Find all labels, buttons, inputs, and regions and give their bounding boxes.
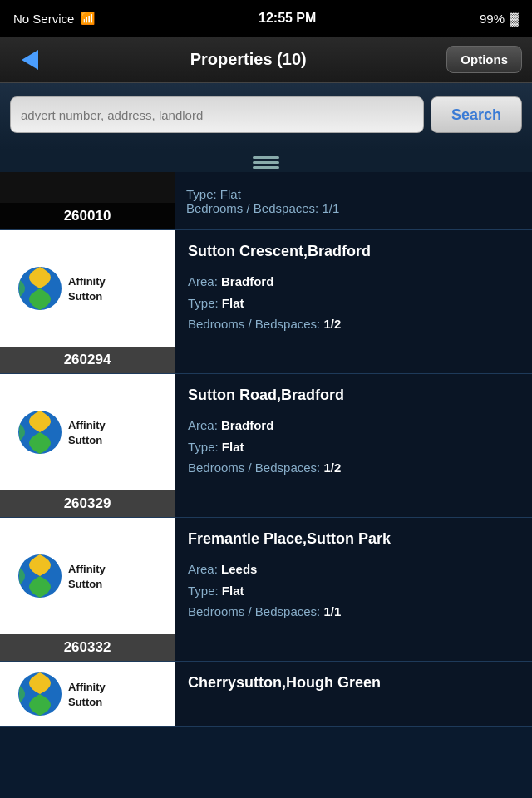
search-row: Search xyxy=(10,96,522,133)
property-type: Type: Flat xyxy=(188,436,520,458)
property-image-col: Affinity Sutton 260294 xyxy=(0,230,175,373)
svg-text:Sutton: Sutton xyxy=(68,578,102,590)
svg-text:Affinity: Affinity xyxy=(68,419,106,431)
property-image-col: 260010 xyxy=(0,172,175,229)
property-area: Area: Bradford xyxy=(188,271,520,293)
property-list: 260010 Type: Flat Bedrooms / Bedspaces: … xyxy=(0,172,532,727)
property-address: Cherrysutton,Hough Green xyxy=(188,673,520,692)
property-address: Fremantle Place,Sutton Park xyxy=(188,530,520,549)
list-item[interactable]: Affinity Sutton 260332 Fremantle Place,S… xyxy=(0,518,532,662)
property-meta: Area: Bradford Type: Flat Bedrooms / Bed… xyxy=(188,415,520,479)
drag-handle xyxy=(0,150,532,172)
options-button[interactable]: Options xyxy=(446,46,522,73)
svg-text:Sutton: Sutton xyxy=(68,696,102,708)
nav-bar: Properties (10) Options xyxy=(0,37,532,83)
property-type: Type: Flat xyxy=(188,293,520,314)
property-id: 260010 xyxy=(0,203,175,229)
status-bar: No Service 📶 12:55 PM 99% ▓ xyxy=(0,0,532,37)
property-id: 260332 xyxy=(0,634,175,661)
property-logo: Affinity Sutton xyxy=(0,374,175,490)
property-details: Cherrysutton,Hough Green xyxy=(175,662,532,726)
property-bedrooms: Bedrooms / Bedspaces: 1/1 xyxy=(186,201,520,215)
property-area: Area: Leeds xyxy=(188,559,520,580)
property-address: Sutton Road,Bradford xyxy=(188,386,520,405)
property-logo: Affinity Sutton xyxy=(0,518,175,634)
svg-text:Affinity: Affinity xyxy=(68,681,106,693)
status-right: 99% ▓ xyxy=(480,12,519,26)
property-address: Sutton Crescent,Bradford xyxy=(188,242,520,261)
property-image-col: Affinity Sutton xyxy=(0,662,175,726)
page-title: Properties (10) xyxy=(190,50,307,69)
back-arrow-icon xyxy=(22,50,38,70)
property-id: 260294 xyxy=(0,347,175,373)
property-bedrooms: Bedrooms / Bedspaces: 1/1 xyxy=(188,601,520,623)
list-item[interactable]: Affinity Sutton Cherrysutton,Hough Green xyxy=(0,662,532,727)
property-meta: Area: Bradford Type: Flat Bedrooms / Bed… xyxy=(188,271,520,335)
property-meta: Area: Leeds Type: Flat Bedrooms / Bedspa… xyxy=(188,559,520,623)
property-logo: Affinity Sutton xyxy=(0,230,175,347)
property-type: Type: Flat xyxy=(186,187,520,201)
back-button[interactable] xyxy=(10,42,50,78)
property-area: Area: Bradford xyxy=(188,415,520,436)
svg-text:Sutton: Sutton xyxy=(68,434,102,446)
battery-percent: 99% xyxy=(480,12,505,26)
svg-text:Affinity: Affinity xyxy=(68,275,106,288)
search-button[interactable]: Search xyxy=(431,96,522,133)
property-image-col: Affinity Sutton 260329 xyxy=(0,374,175,517)
property-details: Sutton Road,Bradford Area: Bradford Type… xyxy=(175,374,532,517)
drag-lines-icon xyxy=(253,156,279,169)
property-logo: Affinity Sutton xyxy=(0,662,175,727)
property-bedrooms: Bedrooms / Bedspaces: 1/2 xyxy=(188,457,520,479)
svg-text:Affinity: Affinity xyxy=(68,563,106,575)
status-left: No Service 📶 xyxy=(13,12,95,26)
list-item[interactable]: Affinity Sutton 260329 Sutton Road,Bradf… xyxy=(0,374,532,518)
property-details: Type: Flat Bedrooms / Bedspaces: 1/1 xyxy=(175,172,532,229)
property-type: Type: Flat xyxy=(188,580,520,602)
svg-text:Sutton: Sutton xyxy=(68,290,102,303)
list-item[interactable]: Affinity Sutton 260294 Sutton Crescent,B… xyxy=(0,230,532,374)
property-id: 260329 xyxy=(0,490,175,517)
no-service-text: No Service xyxy=(13,12,74,26)
status-time: 12:55 PM xyxy=(259,11,316,26)
property-image-col: Affinity Sutton 260332 xyxy=(0,518,175,661)
search-input[interactable] xyxy=(10,96,424,133)
wifi-icon: 📶 xyxy=(81,12,95,25)
property-details: Sutton Crescent,Bradford Area: Bradford … xyxy=(175,230,532,373)
search-area: Search xyxy=(0,83,532,150)
battery-icon: ▓ xyxy=(510,12,519,26)
property-bedrooms: Bedrooms / Bedspaces: 1/2 xyxy=(188,313,520,335)
property-details: Fremantle Place,Sutton Park Area: Leeds … xyxy=(175,518,532,661)
list-item[interactable]: 260010 Type: Flat Bedrooms / Bedspaces: … xyxy=(0,172,532,230)
